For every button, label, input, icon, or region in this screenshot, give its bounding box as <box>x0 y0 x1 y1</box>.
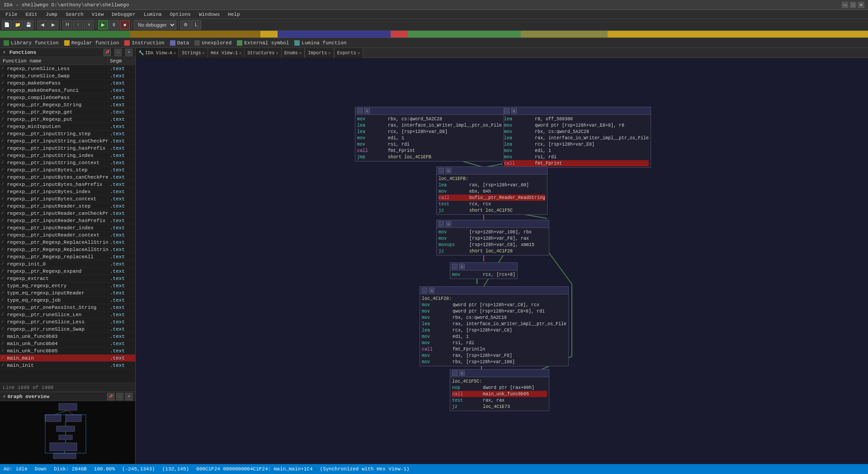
function-row[interactable]: /main_unk_func0b03.text <box>0 333 135 340</box>
back-button[interactable]: ◀ <box>38 20 47 29</box>
function-row[interactable]: /type_eq_regexp_inputReader.text <box>0 289 135 297</box>
hex-button[interactable]: H <box>62 20 72 29</box>
function-row[interactable]: /regexp__ptr_runeSlice_Less.text <box>0 318 135 326</box>
function-row[interactable]: /regexp__ptr_inputReader_context.text <box>0 232 135 239</box>
functions-pin-button[interactable]: 📌 <box>104 49 111 56</box>
function-row[interactable]: /regexp__ptr_Regexp_get.text <box>0 109 135 116</box>
function-row[interactable]: /regexp__ptr_inputBytes_context.text <box>0 195 135 203</box>
function-row[interactable]: /regexp__ptr_inputString_hasPrefix.text <box>0 145 135 152</box>
function-row[interactable]: /regexp__ptr_inputString_context.text <box>0 159 135 166</box>
function-row[interactable]: /regexp__ptr_inputString_index.text <box>0 152 135 159</box>
settings-button[interactable]: ⚙ <box>180 20 190 29</box>
function-row[interactable]: /regexp__ptr_runeSlice_Swap.text <box>0 326 135 333</box>
function-row[interactable]: /main_unk_func0b05.text <box>0 347 135 355</box>
stop-button[interactable]: ■ <box>120 20 130 29</box>
asm-block-btn-3[interactable]: - <box>439 168 444 173</box>
asm-block-top-right[interactable]: - G lea r8, off_509300 mov qword ptr [rs… <box>502 107 651 168</box>
function-row[interactable]: /regexp__ptr_inputReader_step.text <box>0 203 135 210</box>
import-button[interactable]: ↑ <box>73 20 83 29</box>
menu-file[interactable]: File <box>2 11 21 18</box>
tab-imports[interactable]: Imports ✕ <box>305 48 334 58</box>
graph-overview-close[interactable]: ✕ <box>125 393 132 400</box>
new-button[interactable]: 📄 <box>2 20 12 29</box>
function-row[interactable]: /type_eq_regexp_job.text <box>0 297 135 304</box>
tab-close-exports[interactable]: ✕ <box>358 51 360 56</box>
asm-block-loc4c1f5c-btn1[interactable]: - <box>452 370 458 376</box>
menu-debugger[interactable]: Debugger <box>108 11 139 18</box>
maximize-button[interactable]: □ <box>850 2 856 8</box>
menu-search[interactable]: Search <box>62 11 87 18</box>
function-row[interactable]: /regexp__ptr_Regexp_expand.text <box>0 268 135 275</box>
run-button[interactable]: ▶ <box>98 20 108 29</box>
tab-close-imports[interactable]: ✕ <box>328 51 330 56</box>
function-row[interactable]: /regexp__ptr_inputReader_index.text <box>0 224 135 232</box>
function-row[interactable]: /regexp__ptr_inputBytes_index.text <box>0 188 135 195</box>
function-row[interactable]: /regexp__ptr_inputString_canCheckPrefix.… <box>0 137 135 145</box>
asm-block-btn-group-2[interactable]: G <box>364 108 370 114</box>
menu-options[interactable]: Options <box>166 11 194 18</box>
tab-close-strings[interactable]: ✕ <box>202 51 204 56</box>
function-row[interactable]: /type_eq_regexp_entry.text <box>0 282 135 289</box>
function-row[interactable]: /regexp__ptr_inputReader_canCheckPrefix.… <box>0 210 135 217</box>
asm-block-loc-4c1f5c[interactable]: - G loc_4C1F5C: nop dword ptr [rax+00h] … <box>450 369 549 411</box>
function-row[interactable]: /regexp__ptr_Regexp_put.text <box>0 116 135 123</box>
function-row[interactable]: /main_unk_func0b04.text <box>0 340 135 347</box>
navigation-bar[interactable] <box>0 31 868 38</box>
asm-block-top-left[interactable]: - G mov rbx, cs:qword_5A2C28 lea rax, in… <box>355 107 504 161</box>
asm-block-mid-btn1[interactable]: - <box>439 221 444 227</box>
tab-close-hex[interactable]: ✕ <box>239 51 241 56</box>
function-row[interactable]: /regexp__ptr_inputBytes_step.text <box>0 166 135 174</box>
tab-close-structures[interactable]: ✕ <box>276 51 278 56</box>
function-row[interactable]: /regexp_compileOnePass.text <box>0 94 135 101</box>
asm-block-btn-group[interactable]: G <box>511 108 517 114</box>
debugger-dropdown[interactable]: No debugger <box>134 20 176 29</box>
function-row[interactable]: /regexp__ptr_inputReader_hasPrefix.text <box>0 217 135 224</box>
forward-button[interactable]: ▶ <box>48 20 58 29</box>
tab-hex-view[interactable]: Hex View-1 ✕ <box>208 48 245 58</box>
col-header-seg[interactable]: Segm <box>108 58 135 64</box>
function-row[interactable]: /regexp_minInputLen.text <box>0 123 135 130</box>
asm-block-btn-collapse[interactable]: - <box>504 108 509 114</box>
menu-jump[interactable]: Jump <box>42 11 61 18</box>
minimize-button[interactable]: — <box>842 2 848 8</box>
function-row[interactable]: /main_init.text <box>0 362 135 369</box>
function-row[interactable]: /regexp__ptr_inputBytes_hasPrefix.text <box>0 181 135 188</box>
pause-button[interactable]: ⏸ <box>109 20 119 29</box>
tab-structures[interactable]: Structures ✕ <box>245 48 281 58</box>
graph-overview-content[interactable] <box>0 401 135 464</box>
graph-canvas[interactable]: - G lea r8, off_509300 mov qword ptr [rs… <box>136 58 868 464</box>
save-button[interactable]: 💾 <box>24 20 33 29</box>
col-header-name[interactable]: Function name <box>0 58 108 64</box>
cross-ref-button[interactable]: × <box>84 20 94 29</box>
function-row[interactable]: /regexp_makeOnePass.text <box>0 80 135 87</box>
asm-block-small[interactable]: - G mov rcx, [rcx+8] <box>450 262 518 279</box>
menu-view[interactable]: View <box>88 11 107 18</box>
menu-windows[interactable]: Windows <box>195 11 223 18</box>
asm-block-btn-4[interactable]: G <box>446 168 451 173</box>
tab-close-enums[interactable]: ✕ <box>299 51 302 56</box>
function-row[interactable]: /regexp__ptr_inputString_step.text <box>0 130 135 137</box>
graph-overview-float[interactable]: □ <box>116 393 123 400</box>
function-row[interactable]: /regexp__ptr_Regexp_replaceAll.text <box>0 253 135 261</box>
tab-strings[interactable]: Strings ✕ <box>179 48 208 58</box>
function-row[interactable]: /regexp_runeSlice_Swap.text <box>0 72 135 80</box>
function-row[interactable]: /regexp_init_0.text <box>0 261 135 268</box>
function-row[interactable]: /regexp_extract.text <box>0 275 135 282</box>
function-row[interactable]: /regexp__ptr_Regexp_ReplaceAllString.tex… <box>0 239 135 246</box>
asm-block-mid-btn2[interactable]: G <box>446 221 451 227</box>
function-row[interactable]: /regexp__ptr_onePassInst_String.text <box>0 304 135 311</box>
functions-close-button[interactable]: ✕ <box>125 49 132 56</box>
graph-overview-pin[interactable]: 📌 <box>107 393 114 400</box>
function-row[interactable]: /regexp__ptr_Regexp_String.text <box>0 101 135 109</box>
tab-close-ida[interactable]: ✕ <box>174 51 176 56</box>
function-row[interactable]: /main_main.text <box>0 355 135 362</box>
asm-block-loc4c1f28-btn1[interactable]: - <box>422 288 427 293</box>
function-row[interactable]: /regexp__ptr_inputBytes_canCheckPrefix.t… <box>0 174 135 181</box>
lumina-button[interactable]: L <box>191 20 201 29</box>
asm-block-loc4c1f28-btn2[interactable]: G <box>429 288 434 293</box>
tab-ida-view-a[interactable]: 🔧 IDA View-A ✕ <box>136 48 179 58</box>
asm-block-loc-4c1efb[interactable]: - G loc_4C1EFB: lea rax, [rsp+128h+var_6… <box>436 166 547 215</box>
tab-exports[interactable]: Exports ✕ <box>335 48 363 58</box>
close-button[interactable]: ✕ <box>858 2 864 8</box>
asm-block-mid[interactable]: - G mov [rsp+128h+var_100], rbx mov [rsp… <box>436 220 549 256</box>
